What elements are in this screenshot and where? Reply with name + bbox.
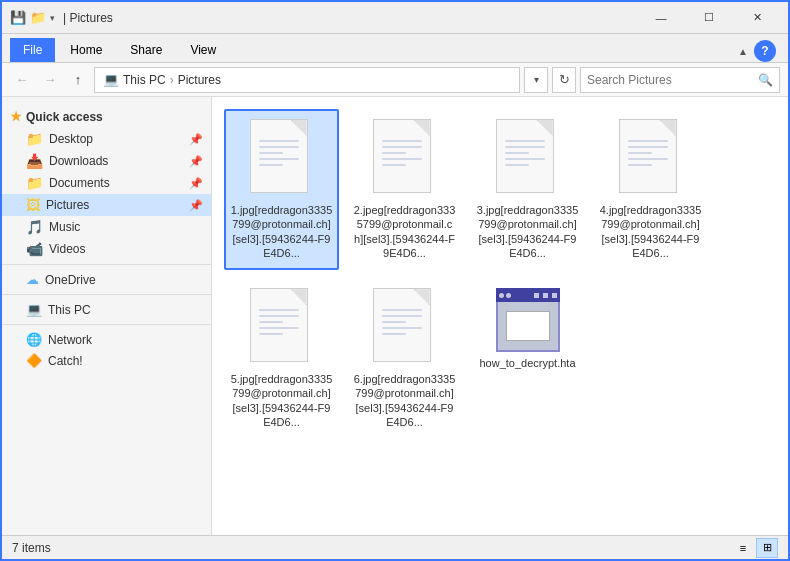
refresh-button[interactable]: ↻ — [552, 67, 576, 93]
tab-share[interactable]: Share — [117, 38, 175, 62]
sidebar-item-documents[interactable]: 📁 Documents 📌 — [2, 172, 211, 194]
list-view-button[interactable]: ≡ — [732, 538, 754, 558]
tab-home[interactable]: Home — [57, 38, 115, 62]
minimize-button[interactable]: — — [638, 3, 684, 33]
quick-access-header[interactable]: ★ Quick access — [2, 105, 211, 128]
file-name-0: 1.jpg[reddragon3335799@protonmail.ch][se… — [230, 203, 333, 260]
address-bar: ← → ↑ 💻 This PC › Pictures ▾ ↻ 🔍 — [2, 63, 788, 97]
file-name-1: 2.jpeg[reddragon3335799@protonmail.ch][s… — [353, 203, 456, 260]
thispc-icon: 💻 — [26, 302, 42, 317]
sidebar-item-network[interactable]: 🌐 Network — [2, 329, 211, 350]
path-part-pictures: Pictures — [178, 73, 221, 87]
ribbon: File Home Share View ▲ ? — [2, 34, 788, 63]
file-item-6[interactable]: how_to_decrypt.hta — [470, 278, 585, 439]
sidebar-item-onedrive[interactable]: ☁ OneDrive — [2, 269, 211, 290]
file-name-3: 4.jpg[reddragon3335799@protonmail.ch][se… — [599, 203, 702, 260]
sidebar-item-network-label: Network — [48, 333, 92, 347]
videos-folder-icon: 📹 — [26, 241, 43, 257]
sidebar: ★ Quick access 📁 Desktop 📌 📥 Downloads 📌… — [2, 97, 212, 535]
status-bar: 7 items ≡ ⊞ — [2, 535, 788, 559]
sidebar-item-downloads-label: Downloads — [49, 154, 108, 168]
ribbon-collapse-btn[interactable]: ▲ — [738, 46, 748, 57]
ribbon-tabs: File Home Share View ▲ ? — [2, 34, 788, 62]
file-name-4: 5.jpg[reddragon3335799@protonmail.ch][se… — [230, 372, 333, 429]
back-button[interactable]: ← — [10, 68, 34, 92]
tab-view[interactable]: View — [177, 38, 229, 62]
file-name-5: 6.jpg[reddragon3335799@protonmail.ch][se… — [353, 372, 456, 429]
downloads-folder-icon: 📥 — [26, 153, 43, 169]
sidebar-item-pictures-label: Pictures — [46, 198, 89, 212]
file-list: 1.jpg[reddragon3335799@protonmail.ch][se… — [212, 97, 788, 535]
sidebar-item-thispc-label: This PC — [48, 303, 91, 317]
qat-dropdown[interactable]: ▾ — [50, 13, 55, 23]
file-item-4[interactable]: 5.jpg[reddragon3335799@protonmail.ch][se… — [224, 278, 339, 439]
search-input[interactable] — [587, 73, 754, 87]
main-area: ★ Quick access 📁 Desktop 📌 📥 Downloads 📌… — [2, 97, 788, 535]
sidebar-item-catch-label: Catch! — [48, 354, 83, 368]
doc-icon — [619, 119, 683, 199]
sidebar-item-music-label: Music — [49, 220, 80, 234]
desktop-folder-icon: 📁 — [26, 131, 43, 147]
title-bar: 💾 📁 ▾ | Pictures — ☐ ✕ — [2, 2, 788, 34]
sidebar-item-desktop[interactable]: 📁 Desktop 📌 — [2, 128, 211, 150]
doc-icon — [496, 119, 560, 199]
quick-access-star-icon: ★ — [10, 109, 22, 124]
file-item-1[interactable]: 2.jpeg[reddragon3335799@protonmail.ch][s… — [347, 109, 462, 270]
sidebar-item-onedrive-label: OneDrive — [45, 273, 96, 287]
icon-view-button[interactable]: ⊞ — [756, 538, 778, 558]
onedrive-icon: ☁ — [26, 272, 39, 287]
title-bar-icons: 💾 📁 ▾ — [10, 10, 55, 25]
pin-icon-downloads: 📌 — [189, 155, 203, 168]
file-item-3[interactable]: 4.jpg[reddragon3335799@protonmail.ch][se… — [593, 109, 708, 270]
address-path[interactable]: 💻 This PC › Pictures — [94, 67, 520, 93]
doc-icon — [250, 119, 314, 199]
close-button[interactable]: ✕ — [734, 3, 780, 33]
search-box[interactable]: 🔍 — [580, 67, 780, 93]
search-icon: 🔍 — [758, 73, 773, 87]
sidebar-item-thispc[interactable]: 💻 This PC — [2, 299, 211, 320]
sidebar-item-music[interactable]: 🎵 Music — [2, 216, 211, 238]
window-title: | Pictures — [63, 11, 638, 25]
path-icon: 💻 — [103, 72, 119, 87]
maximize-button[interactable]: ☐ — [686, 3, 732, 33]
hta-icon — [496, 288, 560, 352]
sidebar-divider-1 — [2, 264, 211, 265]
sidebar-divider-3 — [2, 324, 211, 325]
file-item-0[interactable]: 1.jpg[reddragon3335799@protonmail.ch][se… — [224, 109, 339, 270]
pin-icon-pictures: 📌 — [189, 199, 203, 212]
network-icon: 🌐 — [26, 332, 42, 347]
up-button[interactable]: ↑ — [66, 68, 90, 92]
help-button[interactable]: ? — [754, 40, 776, 62]
sidebar-item-videos[interactable]: 📹 Videos — [2, 238, 211, 260]
sidebar-item-videos-label: Videos — [49, 242, 85, 256]
sidebar-item-documents-label: Documents — [49, 176, 110, 190]
sidebar-item-pictures[interactable]: 🖼 Pictures 📌 — [2, 194, 211, 216]
sidebar-item-catch[interactable]: 🔶 Catch! — [2, 350, 211, 371]
title-bar-controls: — ☐ ✕ — [638, 3, 780, 33]
qat-icon-2: 📁 — [30, 10, 46, 25]
tab-file[interactable]: File — [10, 38, 55, 62]
address-dropdown[interactable]: ▾ — [524, 67, 548, 93]
doc-icon — [373, 119, 437, 199]
status-text: 7 items — [12, 541, 732, 555]
sidebar-item-downloads[interactable]: 📥 Downloads 📌 — [2, 150, 211, 172]
file-name-6: how_to_decrypt.hta — [479, 356, 575, 370]
doc-icon — [373, 288, 437, 368]
file-item-5[interactable]: 6.jpg[reddragon3335799@protonmail.ch][se… — [347, 278, 462, 439]
catch-icon: 🔶 — [26, 353, 42, 368]
file-item-2[interactable]: 3.jpg[reddragon3335799@protonmail.ch][se… — [470, 109, 585, 270]
file-name-2: 3.jpg[reddragon3335799@protonmail.ch][se… — [476, 203, 579, 260]
sidebar-item-desktop-label: Desktop — [49, 132, 93, 146]
ribbon-extra: ▲ ? — [738, 40, 780, 62]
qat-icon-1: 💾 — [10, 10, 26, 25]
pin-icon-desktop: 📌 — [189, 133, 203, 146]
documents-folder-icon: 📁 — [26, 175, 43, 191]
forward-button[interactable]: → — [38, 68, 62, 92]
quick-access-label: Quick access — [26, 110, 103, 124]
pictures-folder-icon: 🖼 — [26, 197, 40, 213]
path-part-thispc: This PC — [123, 73, 166, 87]
sidebar-divider-2 — [2, 294, 211, 295]
pin-icon-documents: 📌 — [189, 177, 203, 190]
view-buttons: ≡ ⊞ — [732, 538, 778, 558]
music-folder-icon: 🎵 — [26, 219, 43, 235]
